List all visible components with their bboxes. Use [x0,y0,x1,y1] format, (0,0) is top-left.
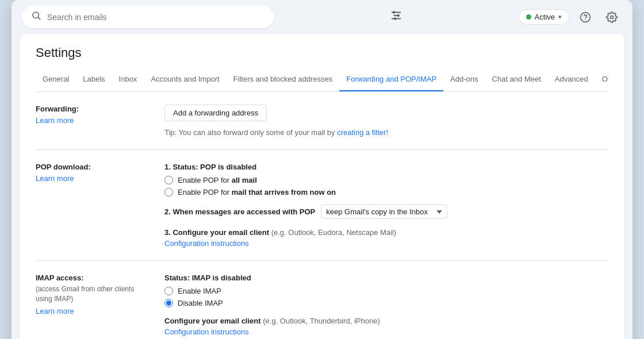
pop-configure-title: 3. Configure your email client (e.g. Out… [164,228,608,237]
imap-option1-label: Enable IMAP [178,287,221,295]
search-area[interactable] [22,6,274,28]
svg-point-5 [393,11,395,13]
pop-option2-label: Enable POP for mail that arrives from no… [178,188,336,197]
active-label: Active [535,13,555,21]
imap-option1: Enable IMAP [164,287,608,295]
tip-filter-link[interactable]: creating a filter! [337,128,388,137]
tab-filters[interactable]: Filters and blocked addresses [227,70,340,92]
imap-configure-title: Configure your email client (e.g. Outloo… [164,317,608,325]
settings-card: Settings General Labels Inbox Accounts a… [20,34,624,339]
page-title: Settings [36,45,608,60]
pop-radio-all[interactable] [164,176,173,184]
pop-content: 1. Status: POP is disabled Enable POP fo… [164,163,608,248]
imap-option2: Disable IMAP [164,299,608,307]
pop-when-row: 2. When messages are accessed with POP k… [164,205,608,219]
imap-label-col: IMAP access: (access Gmail from other cl… [36,273,151,336]
svg-point-7 [394,18,396,20]
app-window: Active ▾ Settings General Label [12,0,632,339]
card-inner: Settings General Labels Inbox Accounts a… [20,34,624,92]
imap-configure-sub: (e.g. Outlook, Thunderbird, iPhone) [263,317,380,325]
tab-advanced[interactable]: Advanced [548,70,595,92]
add-forwarding-button[interactable]: Add a forwarding address [164,105,267,121]
forwarding-title: Forwarding: [36,105,151,113]
imap-config-link[interactable]: Configuration instructions [164,328,608,336]
svg-point-6 [397,15,399,17]
svg-point-10 [611,16,614,18]
tab-labels[interactable]: Labels [76,70,112,92]
tab-chat[interactable]: Chat and Meet [485,70,548,92]
help-button[interactable] [575,7,596,28]
imap-title: IMAP access: [36,273,151,282]
tabs-nav: General Labels Inbox Accounts and Import… [36,70,608,92]
settings-body: Forwarding: Learn more Add a forwarding … [20,92,624,339]
svg-line-1 [38,17,40,19]
pop-when-label: 2. When messages are accessed with POP [164,207,315,216]
tab-accounts[interactable]: Accounts and Import [144,70,226,92]
pop-radio-fromnow[interactable] [164,188,173,197]
active-badge[interactable]: Active ▾ [519,9,569,25]
svg-point-0 [33,12,39,18]
tip-text: Tip: You can also forward only some of y… [164,128,608,137]
pop-configure-sub: (e.g. Outlook, Eudora, Netscape Mail) [271,228,397,237]
pop-status: 1. Status: POP is disabled [164,163,608,171]
search-input[interactable] [47,13,264,22]
pop-label-col: POP download: Learn more [36,163,151,248]
imap-radio-enable[interactable] [164,287,173,295]
imap-radio-disable[interactable] [164,299,173,307]
pop-option1: Enable POP for all mail [164,176,608,184]
active-arrow-icon: ▾ [558,13,562,21]
pop-title: POP download: [36,163,151,171]
imap-status: Status: IMAP is disabled [164,273,608,282]
forwarding-row: Forwarding: Learn more Add a forwarding … [36,92,608,150]
tip-prefix: Tip: You can also forward only some of y… [164,128,337,137]
forwarding-learn-more[interactable]: Learn more [36,116,74,125]
forwarding-label-col: Forwarding: Learn more [36,105,151,137]
topbar-center [279,9,513,25]
search-icon [31,10,41,24]
pop-when-select[interactable]: keep Gmail's copy in the Inbox archive G… [321,205,447,219]
filter-icon[interactable] [390,9,402,25]
pop-option2: Enable POP for mail that arrives from no… [164,188,608,197]
imap-sub: (access Gmail from other clients using I… [36,284,151,304]
tab-forwarding[interactable]: Forwarding and POP/IMAP [339,70,443,92]
pop-option1-label: Enable POP for all mail [178,176,257,184]
tab-addons[interactable]: Add-ons [443,70,485,92]
topbar: Active ▾ [12,0,632,34]
imap-learn-more[interactable]: Learn more [36,307,74,315]
tab-general[interactable]: General [36,70,76,92]
imap-option2-label: Disable IMAP [178,299,223,307]
active-dot [526,14,531,20]
pop-learn-more[interactable]: Learn more [36,174,74,183]
imap-row: IMAP access: (access Gmail from other cl… [36,261,608,339]
pop-config-link[interactable]: Configuration instructions [164,239,608,248]
settings-button[interactable] [601,7,622,28]
forwarding-content: Add a forwarding address Tip: You can al… [164,105,608,137]
tab-inbox[interactable]: Inbox [112,70,144,92]
pop-row: POP download: Learn more 1. Status: POP … [36,150,608,261]
tab-offline[interactable]: Offline [595,70,608,92]
topbar-right: Active ▾ [519,7,622,28]
imap-content: Status: IMAP is disabled Enable IMAP Dis… [164,273,608,336]
